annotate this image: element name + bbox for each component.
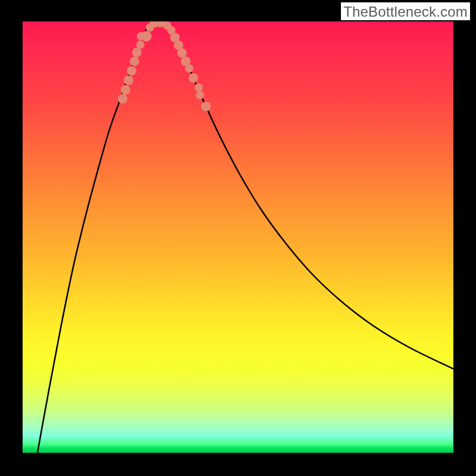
data-marker — [136, 40, 145, 49]
data-marker — [132, 48, 142, 57]
background-gradient — [23, 21, 453, 453]
data-marker — [127, 66, 136, 76]
data-marker — [201, 102, 211, 111]
data-marker — [195, 83, 203, 92]
plot-area — [23, 21, 453, 453]
chart-stage: TheBottleneck.com — [0, 0, 476, 476]
data-marker — [189, 73, 198, 83]
data-marker — [196, 91, 204, 99]
data-marker — [121, 85, 130, 95]
data-marker — [177, 48, 187, 58]
data-marker — [118, 94, 127, 104]
data-marker — [130, 57, 139, 66]
data-marker — [124, 76, 133, 85]
watermark-text: TheBottleneck.com — [341, 2, 470, 20]
data-marker — [185, 64, 193, 73]
data-marker — [141, 31, 152, 42]
